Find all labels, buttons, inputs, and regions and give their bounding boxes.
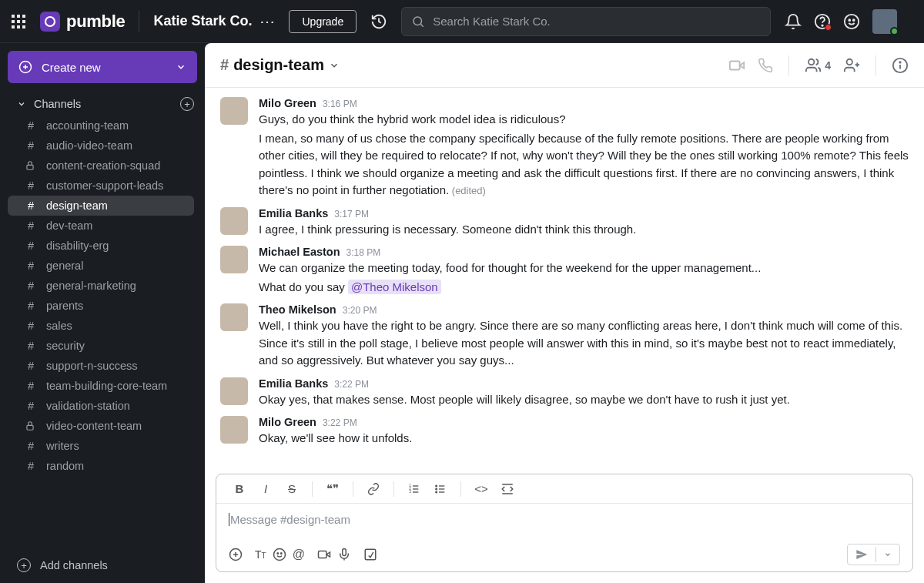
send-button[interactable]	[848, 544, 875, 565]
hash-icon: #	[25, 280, 37, 292]
more-icon[interactable]: ⋯	[259, 12, 275, 31]
sidebar: Create new Channels + #accounting-team#a…	[0, 43, 205, 583]
svg-rect-8	[22, 25, 25, 28]
search-box[interactable]	[401, 7, 771, 36]
brand-name: pumble	[66, 12, 125, 32]
brand[interactable]: pumble	[40, 12, 125, 32]
chevron-down-icon	[176, 62, 186, 72]
channel-item-dev-team[interactable]: #dev-team	[8, 216, 194, 236]
notifications-icon[interactable]	[785, 13, 802, 30]
message-input[interactable]: Message #design-team	[216, 504, 912, 538]
message-avatar[interactable]	[220, 377, 248, 405]
code-block-button[interactable]	[497, 478, 518, 500]
hash-icon: #	[25, 179, 37, 192]
message-avatar[interactable]	[220, 303, 248, 331]
message-author[interactable]: Emilia Banks	[259, 207, 328, 219]
channel-label: validation-station	[46, 400, 130, 412]
message-avatar[interactable]	[220, 97, 248, 125]
channel-item-general[interactable]: #general	[8, 256, 194, 276]
members-count[interactable]: 4	[805, 57, 831, 74]
apps-grid-icon[interactable]	[11, 14, 26, 29]
channel-title[interactable]: # design-team	[220, 56, 340, 74]
message-avatar[interactable]	[220, 246, 248, 273]
video-call-icon[interactable]	[728, 57, 745, 74]
composer-actions: TT @	[216, 538, 912, 571]
code-button[interactable]: <>	[470, 478, 492, 500]
channel-item-parents[interactable]: #parents	[8, 296, 194, 316]
upgrade-button[interactable]: Upgrade	[289, 10, 357, 33]
message-author[interactable]: Milo Green	[259, 97, 316, 109]
channels-section-header[interactable]: Channels +	[0, 92, 205, 116]
add-channel-icon[interactable]: +	[180, 97, 194, 111]
user-avatar[interactable]	[872, 9, 897, 34]
create-new-button[interactable]: Create new	[8, 51, 197, 83]
svg-line-11	[421, 24, 424, 26]
message-text: I mean, so many of us chose the company …	[259, 130, 909, 199]
send-options-button[interactable]	[875, 547, 899, 562]
pumble-logo-icon	[40, 12, 60, 32]
audio-record-button[interactable]	[337, 548, 351, 561]
message-author[interactable]: Emilia Banks	[259, 377, 328, 390]
message-text: Guys, do you think the hybrid work model…	[259, 111, 909, 129]
quote-button[interactable]: ❝❞	[322, 478, 343, 500]
channel-list: #accounting-team#audio-video-teamcontent…	[0, 116, 205, 551]
channel-item-team-building-core-team[interactable]: #team-building-core-team	[8, 376, 194, 396]
emoji-button[interactable]	[273, 548, 286, 561]
mention[interactable]: @Theo Mikelson	[348, 280, 441, 294]
message-time: 3:22 PM	[323, 417, 357, 428]
mention-button[interactable]: @	[293, 548, 305, 561]
hash-icon: #	[25, 440, 37, 452]
channel-item-accounting-team[interactable]: #accounting-team	[8, 116, 194, 136]
search-input[interactable]	[433, 15, 761, 28]
bullet-list-button[interactable]	[430, 478, 451, 500]
search-icon	[411, 15, 425, 28]
channel-item-disability-erg[interactable]: #disability-erg	[8, 236, 194, 256]
channel-item-customer-support-leads[interactable]: #customer-support-leads	[8, 176, 194, 196]
hash-icon: #	[25, 240, 37, 252]
message-author[interactable]: Michael Easton	[259, 246, 340, 258]
message-text: Okay, we'll see how it unfolds.	[259, 430, 909, 447]
member-count-value: 4	[825, 59, 831, 72]
channel-item-writers[interactable]: #writers	[8, 436, 194, 456]
add-channels-button[interactable]: + Add channels	[0, 551, 205, 583]
channel-item-general-marketing[interactable]: #general-marketing	[8, 276, 194, 296]
strikethrough-button[interactable]: S	[281, 478, 303, 500]
add-member-icon[interactable]	[843, 57, 860, 74]
ordered-list-button[interactable]: 123	[403, 478, 425, 500]
emoji-icon[interactable]	[843, 13, 860, 30]
help-icon[interactable]	[814, 13, 831, 30]
channel-item-design-team[interactable]: #design-team	[8, 196, 194, 216]
attach-button[interactable]	[229, 548, 243, 561]
history-icon[interactable]	[370, 13, 387, 30]
channel-item-random[interactable]: #random	[8, 456, 194, 476]
message-meta: Milo Green3:22 PM	[259, 416, 909, 428]
shortcuts-button[interactable]	[363, 548, 377, 561]
link-button[interactable]	[363, 478, 384, 500]
message-avatar[interactable]	[220, 416, 248, 444]
help-badge	[825, 24, 832, 31]
message-body: Emilia Banks3:17 PMI agree, I think pres…	[259, 207, 909, 239]
video-record-button[interactable]	[317, 548, 331, 561]
channel-item-support-n-success[interactable]: #support-n-success	[8, 356, 194, 376]
message: Milo Green3:16 PMGuys, do you think the …	[220, 97, 909, 199]
italic-button[interactable]: I	[255, 478, 276, 500]
channel-item-validation-station[interactable]: #validation-station	[8, 396, 194, 416]
message-avatar[interactable]	[220, 207, 248, 235]
message-author[interactable]: Theo Mikelson	[259, 303, 336, 316]
channel-item-sales[interactable]: #sales	[8, 316, 194, 336]
text-format-button[interactable]: TT	[255, 548, 266, 561]
workspace-switcher[interactable]: Katie Stark Co. ⋯	[153, 12, 275, 31]
channel-item-security[interactable]: #security	[8, 336, 194, 356]
channel-info-icon[interactable]	[892, 57, 909, 74]
channel-item-video-content-team[interactable]: video-content-team	[8, 416, 194, 436]
svg-point-50	[280, 553, 282, 555]
channel-label: video-content-team	[46, 420, 142, 432]
bold-button[interactable]: B	[229, 478, 250, 500]
audio-call-icon[interactable]	[758, 58, 773, 73]
svg-rect-53	[343, 549, 346, 556]
channel-item-audio-video-team[interactable]: #audio-video-team	[8, 136, 194, 156]
edited-label: (edited)	[449, 185, 486, 196]
channel-item-content-creation-squad[interactable]: content-creation-squad	[8, 156, 194, 176]
message-author[interactable]: Milo Green	[259, 416, 316, 428]
section-label: Channels	[34, 98, 81, 110]
